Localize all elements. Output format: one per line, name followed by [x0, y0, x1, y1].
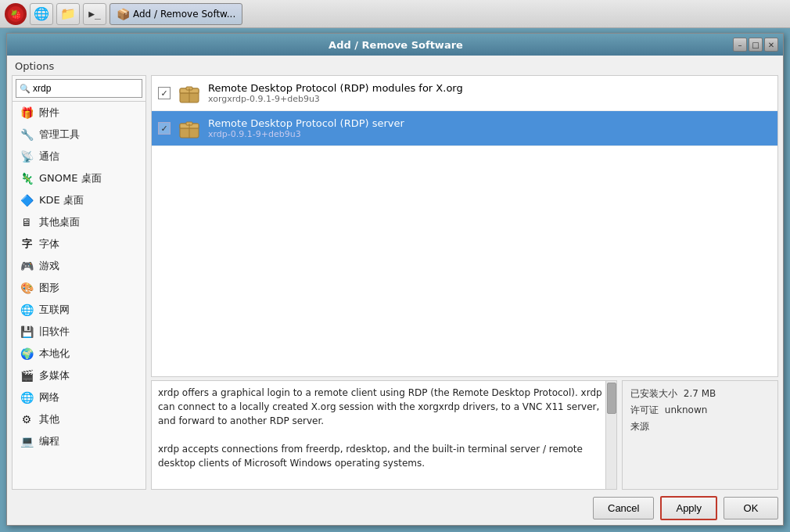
installed-size-label: 已安装大小 [630, 388, 677, 399]
installed-size-row: 已安装大小 2.7 MB [630, 387, 770, 401]
apply-button[interactable]: Apply [660, 496, 717, 520]
package-version: xrdp-0.9.1-9+deb9u3 [208, 129, 771, 139]
sidebar-item-gnome[interactable]: 🦎 GNOME 桌面 [13, 167, 145, 189]
maximize-button[interactable]: □ [749, 38, 763, 52]
games-icon: 🎮 [19, 258, 34, 274]
package-info: Remote Desktop Protocol (RDP) server xrd… [208, 117, 771, 139]
taskbar-app-item[interactable]: 📦 Add / Remove Softw... [110, 3, 242, 25]
search-input[interactable] [33, 83, 138, 94]
titlebar-controls: – □ ✕ [733, 38, 778, 52]
description-text: xrdp offers a graphical login to a remot… [152, 381, 616, 489]
package-info: Remote Desktop Protocol (RDP) modules fo… [208, 82, 771, 104]
dialog-body: Options 🔍 🎁 附件 🔧 管理工具 [7, 56, 783, 525]
package-checkbox[interactable] [158, 122, 171, 135]
sidebar-item-label: KDE 桌面 [39, 193, 84, 207]
table-row[interactable]: Remote Desktop Protocol (RDP) modules fo… [152, 76, 777, 111]
search-box: 🔍 [13, 76, 145, 102]
taskbar: 🍓 🌐 📁 ▶_ 📦 Add / Remove Softw... [0, 0, 790, 28]
sidebar-item-label: 编程 [39, 434, 59, 448]
description-scrollbar[interactable] [605, 381, 616, 489]
options-label: Options [7, 56, 783, 75]
accessories-icon: 🎁 [19, 105, 34, 120]
ok-button[interactable]: OK [724, 497, 778, 519]
sidebar-item-label: 网络 [39, 390, 59, 404]
sidebar-item-internet[interactable]: 🌐 互联网 [13, 299, 145, 321]
sidebar-item-label: 本地化 [39, 347, 70, 361]
network-icon: 🌐 [19, 390, 34, 405]
source-row: 来源 [630, 420, 770, 433]
main-content: 🔍 🎁 附件 🔧 管理工具 📡 通信 [7, 75, 783, 490]
search-icon: 🔍 [20, 84, 31, 94]
sidebar-item-accessories[interactable]: 🎁 附件 [13, 102, 145, 124]
license-label: 许可证 [630, 404, 659, 415]
package-version: xorgxrdp-0.9.1-9+deb9u3 [208, 94, 771, 104]
sidebar-item-programming[interactable]: 💻 编程 [13, 430, 145, 452]
package-icon [177, 81, 202, 106]
admin-icon: 🔧 [19, 127, 34, 142]
bottom-section: xrdp offers a graphical login to a remot… [151, 380, 778, 490]
package-icon [177, 116, 202, 141]
sidebar-item-network[interactable]: 🌐 网络 [13, 386, 145, 408]
sidebar-item-label: 字体 [39, 237, 59, 251]
internet-icon: 🌐 [19, 302, 34, 318]
close-button[interactable]: ✕ [764, 38, 778, 52]
sidebar-item-label: 互联网 [39, 303, 70, 317]
sidebar-item-other-desktop[interactable]: 🖥 其他桌面 [13, 211, 145, 233]
sidebar-item-label: 旧软件 [39, 325, 70, 339]
sidebar-item-games[interactable]: 🎮 游戏 [13, 255, 145, 277]
comms-icon: 📡 [19, 149, 34, 164]
titlebar: Add / Remove Software – □ ✕ [7, 34, 783, 56]
sidebar-item-other[interactable]: ⚙ 其他 [13, 408, 145, 430]
info-panel: 已安装大小 2.7 MB 许可证 unknown 来源 [622, 380, 778, 490]
sidebar-item-label: 多媒体 [39, 368, 70, 383]
sidebar-item-admin[interactable]: 🔧 管理工具 [13, 124, 145, 146]
right-panel: Remote Desktop Protocol (RDP) modules fo… [151, 75, 778, 490]
sidebar-item-graphics[interactable]: 🎨 图形 [13, 277, 145, 299]
graphics-icon: 🎨 [19, 280, 34, 296]
sidebar-item-label: 管理工具 [39, 128, 80, 142]
main-dialog: Add / Remove Software – □ ✕ Options 🔍 🎁 [6, 33, 784, 526]
gnome-icon: 🦎 [19, 171, 34, 186]
folder-icon[interactable]: 📁 [56, 3, 80, 25]
sidebar-item-kde[interactable]: 🔷 KDE 桌面 [13, 189, 145, 211]
taskbar-app-label: Add / Remove Softw... [133, 9, 235, 20]
source-label: 来源 [630, 421, 649, 432]
button-row: Cancel Apply OK [7, 490, 783, 525]
sidebar-item-label: 游戏 [39, 259, 59, 273]
sidebar-item-fonts[interactable]: 字 字体 [13, 233, 145, 255]
sidebar: 🔍 🎁 附件 🔧 管理工具 📡 通信 [12, 75, 146, 490]
sidebar-item-label: 附件 [39, 106, 59, 120]
locale-icon: 🌍 [19, 346, 34, 361]
package-name: Remote Desktop Protocol (RDP) server [208, 117, 771, 129]
cancel-button[interactable]: Cancel [593, 497, 654, 519]
sidebar-list: 🎁 附件 🔧 管理工具 📡 通信 🦎 GNOME 桌面 [13, 102, 145, 489]
table-row[interactable]: Remote Desktop Protocol (RDP) server xrd… [152, 111, 777, 146]
license-value: unknown [665, 404, 708, 415]
sidebar-item-legacy[interactable]: 💾 旧软件 [13, 321, 145, 343]
license-row: 许可证 unknown [630, 404, 770, 417]
search-input-wrapper[interactable]: 🔍 [16, 79, 142, 98]
other-desktop-icon: 🖥 [19, 214, 34, 230]
package-checkbox[interactable] [158, 87, 171, 99]
terminal-icon[interactable]: ▶_ [83, 3, 106, 25]
package-list: Remote Desktop Protocol (RDP) modules fo… [151, 75, 778, 377]
package-name: Remote Desktop Protocol (RDP) modules fo… [208, 82, 771, 94]
sidebar-item-label: 其他 [39, 412, 59, 426]
sidebar-item-multimedia[interactable]: 🎬 多媒体 [13, 365, 145, 386]
browser-icon[interactable]: 🌐 [30, 3, 53, 25]
sidebar-item-label: 通信 [39, 149, 59, 164]
other-icon: ⚙ [19, 412, 34, 427]
kde-icon: 🔷 [19, 192, 34, 208]
sidebar-item-comms[interactable]: 📡 通信 [13, 146, 145, 167]
installed-size-value: 2.7 MB [684, 388, 716, 399]
sidebar-item-locale[interactable]: 🌍 本地化 [13, 343, 145, 365]
sidebar-item-label: 图形 [39, 281, 59, 295]
minimize-button[interactable]: – [733, 38, 747, 52]
svg-text:🍓: 🍓 [10, 9, 22, 20]
raspi-menu-icon[interactable]: 🍓 [5, 3, 27, 25]
sidebar-item-label: 其他桌面 [39, 215, 80, 229]
programming-icon: 💻 [19, 433, 34, 449]
legacy-icon: 💾 [19, 324, 34, 340]
dialog-title: Add / Remove Software [59, 39, 733, 51]
multimedia-icon: 🎬 [19, 368, 34, 383]
